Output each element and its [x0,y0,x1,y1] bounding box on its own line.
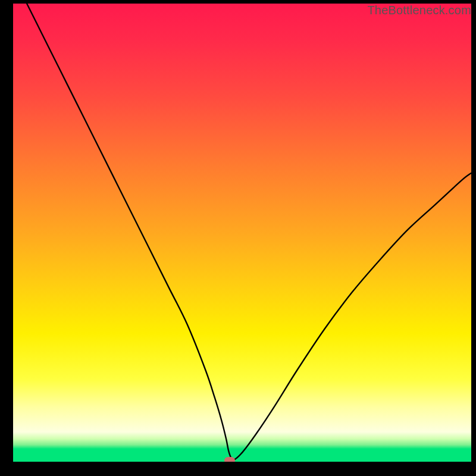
watermark-text: TheBottleneck.com [367,4,471,17]
curve-svg [13,4,471,462]
plot-area [13,4,471,462]
frame-left [0,0,13,476]
frame-bottom [0,462,476,476]
bottleneck-curve-path [27,4,471,461]
